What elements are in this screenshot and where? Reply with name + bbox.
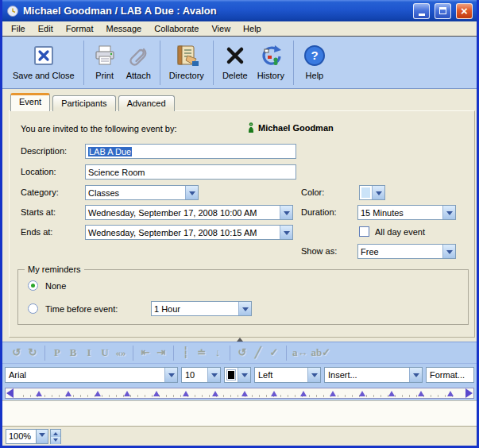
collapse-pane-handle[interactable] [234, 337, 245, 342]
undo-icon[interactable]: ↺ [9, 346, 25, 359]
revert-format-icon[interactable]: ↺ [234, 346, 250, 359]
minimize-icon [419, 14, 425, 16]
chevron-up-icon [237, 334, 243, 342]
directory-button[interactable]: Directory [164, 39, 209, 88]
zoom-level-select[interactable]: 100% [6, 429, 36, 444]
tab-stop-marker[interactable] [330, 391, 336, 396]
menu-view[interactable]: View [205, 22, 237, 35]
print-button[interactable]: Print [88, 39, 122, 88]
minimize-button[interactable] [413, 3, 430, 19]
show-as-select[interactable]: Free [357, 244, 456, 259]
menu-file[interactable]: File [5, 22, 32, 35]
show-as-label: Show as: [301, 246, 337, 256]
tab-stop-marker[interactable] [65, 391, 71, 396]
tab-stop-marker[interactable] [212, 391, 218, 396]
duration-label: Duration: [301, 207, 337, 217]
zoom-spinner [50, 429, 61, 444]
approve-icon[interactable]: ✓ [266, 346, 282, 359]
reminder-time-select[interactable]: 1 Hour [151, 301, 252, 316]
paragraph-spacing-icon[interactable]: ≐ [194, 346, 210, 359]
tab-stop-marker[interactable] [447, 391, 454, 396]
message-body[interactable] [2, 400, 477, 426]
category-select[interactable]: Classes [85, 185, 199, 200]
tab-stop-marker[interactable] [241, 391, 248, 396]
plain-style-icon[interactable]: P [49, 346, 65, 359]
color-select[interactable] [359, 185, 385, 200]
highlight-pen-icon[interactable]: ╱ [250, 346, 266, 359]
all-day-checkbox[interactable] [359, 226, 369, 237]
chevron-down-icon [211, 373, 218, 380]
delete-icon [224, 41, 246, 71]
redo-icon[interactable]: ↻ [25, 346, 41, 359]
tab-stop-marker[interactable] [388, 391, 395, 396]
location-input[interactable]: Science Room [85, 164, 296, 180]
alignment-select[interactable]: Left [254, 367, 321, 383]
directory-icon [174, 41, 199, 71]
tab-stop-marker[interactable] [271, 391, 277, 396]
maximize-button[interactable] [435, 3, 451, 19]
quote-icon[interactable]: «» [113, 346, 129, 359]
save-and-close-button[interactable]: Save and Close [8, 39, 79, 88]
menu-format[interactable]: Format [60, 22, 100, 35]
organizer-name: Michael Goodman [258, 123, 334, 133]
right-margin-marker[interactable] [465, 388, 473, 398]
underline-icon[interactable]: U [97, 346, 113, 359]
delete-button[interactable]: Delete [218, 39, 253, 88]
zoom-dropdown-button[interactable] [36, 429, 48, 444]
tab-stop-marker[interactable] [418, 391, 424, 396]
menu-help[interactable]: Help [237, 22, 268, 35]
menu-message[interactable]: Message [100, 22, 149, 35]
category-label: Category: [21, 187, 59, 197]
reminder-time-radio[interactable] [28, 303, 38, 314]
format-select[interactable]: Format... [426, 367, 474, 383]
italic-icon[interactable]: I [81, 346, 97, 359]
bold-icon[interactable]: B [65, 346, 81, 359]
attach-button[interactable]: Attach [122, 39, 156, 88]
tab-stop-marker[interactable] [124, 391, 130, 396]
chevron-down-icon [168, 373, 175, 380]
tab-event[interactable]: Event [10, 93, 50, 111]
maximize-icon [439, 7, 446, 14]
close-button[interactable]: × [456, 3, 473, 19]
indent-icon[interactable]: ⇥ [153, 346, 169, 359]
insert-select[interactable]: Insert... [324, 367, 423, 383]
tab-participants[interactable]: Participants [52, 95, 115, 111]
starts-at-select[interactable]: Wednesday, September 17, 2008 10:00 AM [85, 205, 293, 220]
all-day-label: All day event [375, 227, 425, 237]
duration-select[interactable]: 15 Minutes [357, 205, 456, 220]
zoom-decrease-button[interactable] [51, 437, 60, 444]
find-replace-icon[interactable]: a↔ [291, 346, 310, 359]
help-button[interactable]: ? Help [298, 39, 331, 88]
font-size-value: 10 [182, 368, 207, 382]
show-as-value: Free [358, 245, 442, 258]
font-color-select[interactable] [224, 367, 251, 383]
tab-advanced[interactable]: Advanced [118, 95, 175, 111]
tab-stop-marker[interactable] [95, 391, 101, 396]
font-family-select[interactable]: Arial [5, 367, 178, 383]
tab-stop-marker[interactable] [36, 391, 42, 396]
save-and-close-icon [32, 41, 56, 71]
tab-stop-marker[interactable] [300, 391, 307, 396]
font-size-select[interactable]: 10 [181, 367, 221, 383]
chevron-down-icon [39, 433, 45, 440]
tab-stop-marker[interactable] [359, 391, 365, 396]
description-input[interactable]: LAB A Due [85, 144, 296, 159]
outdent-icon[interactable]: ⇤ [137, 346, 153, 359]
zoom-increase-button[interactable] [51, 430, 60, 437]
person-icon [248, 122, 254, 133]
tab-stop-marker[interactable] [183, 391, 189, 396]
menu-collaborate[interactable]: Collaborate [148, 22, 205, 35]
left-margin-marker[interactable] [6, 388, 14, 398]
zoom-control: 100% [6, 429, 61, 444]
history-button[interactable]: History [253, 39, 289, 88]
tab-stop-marker[interactable] [153, 391, 160, 396]
tab-marks-icon[interactable]: ┆ [178, 346, 194, 359]
spell-check-icon[interactable]: ab✓ [310, 346, 333, 359]
chevron-down-icon [242, 307, 249, 315]
menu-edit[interactable]: Edit [32, 22, 60, 35]
move-down-icon[interactable]: ↓ [210, 346, 226, 359]
reminder-none-radio[interactable] [28, 280, 38, 291]
chevron-down-icon [446, 250, 453, 257]
ends-at-select[interactable]: Wednesday, September 17, 2008 10:15 AM [85, 225, 293, 240]
menubar: File Edit Format Message Collaborate Vie… [2, 21, 477, 37]
